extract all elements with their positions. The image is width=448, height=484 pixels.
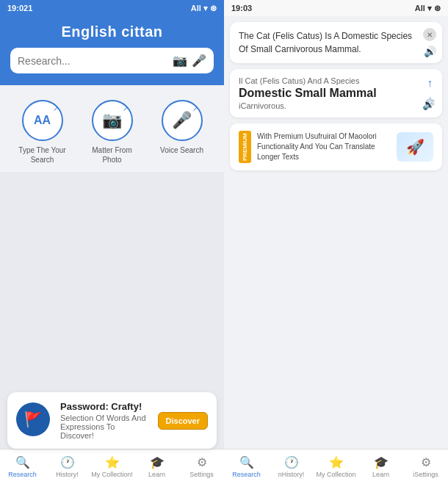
camera-icon[interactable]: 📷 <box>173 54 187 68</box>
voice-action-label: Voice Search <box>160 145 203 155</box>
right-time: 19:03 <box>231 4 252 12</box>
left-bottom-nav: 🔍 Research 🕐 History! ⭐ My Collection! 🎓… <box>0 449 224 484</box>
right-settings-label: iSettings <box>413 471 438 478</box>
spacer <box>230 176 442 443</box>
result-card-1: The Cat (Felis Catus) Is A Domestic Spec… <box>230 22 442 63</box>
action-voice: 🎤 ↗ Voice Search <box>153 100 212 165</box>
research-nav-label: Research <box>8 471 37 478</box>
right-collection-label: My Collection <box>316 471 355 478</box>
nav-collection[interactable]: ⭐ My Collection! <box>90 455 134 478</box>
right-research-icon: 🔍 <box>239 455 254 469</box>
nav-research[interactable]: 🔍 Research <box>0 455 45 478</box>
collection-nav-label: My Collection! <box>91 471 133 478</box>
nav-settings[interactable]: ⚙ Settings <box>179 455 224 478</box>
word-of-day-card: 🚩 Password: Crafty! Selection Of Words A… <box>7 392 217 449</box>
collection-nav-icon: ⭐ <box>105 455 120 469</box>
action-buttons-container: AA ↗ Type The Your Search 📷 ↗ Matter Fro… <box>0 85 224 172</box>
right-nav-collection[interactable]: ⭐ My Collection <box>314 455 358 478</box>
nav-history[interactable]: 🕐 History! <box>45 455 90 478</box>
left-indicators: All ▾ ⊛ <box>191 4 217 13</box>
right-settings-icon: ⚙ <box>421 455 431 469</box>
right-nav-research[interactable]: 🔍 Research <box>224 455 269 478</box>
right-learn-icon: 🎓 <box>374 455 389 469</box>
right-research-label: Research <box>232 471 261 478</box>
settings-nav-label: Settings <box>189 471 214 478</box>
microphone-icon[interactable]: 🎤 <box>192 54 206 68</box>
learn-nav-label: Learn <box>148 471 165 478</box>
right-panel: 19:03 All ▾ ⊛ The Cat (Felis Catus) Is A… <box>224 0 448 484</box>
voice-icon: 🎤 <box>172 111 192 130</box>
right-status-bar: 19:03 All ▾ ⊛ <box>224 0 448 16</box>
right-collection-icon: ⭐ <box>329 455 344 469</box>
action-type: AA ↗ Type The Your Search <box>13 100 72 165</box>
photo-action-label: Matter From Photo <box>83 145 142 165</box>
sound-button-1[interactable]: 🔊 <box>424 46 436 57</box>
premium-badge: PREMIUM <box>239 131 251 163</box>
wod-icon-container: 🚩 <box>16 402 53 439</box>
right-bottom-nav: 🔍 Research 🕐 nHistory! ⭐ My Collection 🎓… <box>224 449 448 484</box>
right-indicators: All ▾ ⊛ <box>415 4 441 13</box>
result-text-1: The Cat (Felis Catus) Is A Domestic Spec… <box>239 29 433 56</box>
search-bar[interactable]: 📷 🎤 <box>10 48 214 73</box>
sound-button-2[interactable]: 🔊 <box>422 98 435 110</box>
right-nav-learn[interactable]: 🎓 Learn <box>358 455 403 478</box>
premium-graphic: 🚀 <box>397 132 433 162</box>
result-card2-top: Il Cat (Felis Catus) And A Species <box>239 76 433 85</box>
wod-title: Password: Crafty! <box>60 401 151 412</box>
result-card2-subtitle: iCarnivorous. <box>239 101 433 110</box>
action-photo: 📷 ↗ Matter From Photo <box>83 100 142 165</box>
type-action-label: Type The Your Search <box>13 145 72 165</box>
discover-button[interactable]: Discover <box>158 412 208 430</box>
history-nav-label: History! <box>56 471 79 478</box>
left-time: 19:021 <box>7 4 32 12</box>
premium-card[interactable]: PREMIUM With Premium Usufruiral Of Maool… <box>230 123 442 170</box>
search-input[interactable] <box>18 55 168 67</box>
left-panel: 19:021 All ▾ ⊛ English cittan 📷 🎤 AA ↗ T… <box>0 0 224 484</box>
result-card-2: ↑ ☆ Il Cat (Felis Catus) And A Species D… <box>230 69 442 118</box>
close-button-1[interactable]: ✕ <box>423 28 436 41</box>
learn-nav-icon: 🎓 <box>150 455 165 469</box>
app-title: English cittan <box>61 24 162 40</box>
wod-subtitle: Selection Of Words And Expressions To Di… <box>60 413 151 440</box>
photo-icon: 📷 <box>102 111 122 130</box>
right-history-icon: 🕐 <box>284 455 299 469</box>
right-main: The Cat (Felis Catus) Is A Domestic Spec… <box>224 16 448 449</box>
result-card2-title: Domestic Small Mammal <box>239 87 433 100</box>
research-nav-icon: 🔍 <box>15 455 30 469</box>
type-icon: AA <box>34 114 51 127</box>
right-nav-settings[interactable]: ⚙ iSettings <box>403 455 448 478</box>
nav-learn[interactable]: 🎓 Learn <box>134 455 179 478</box>
arrow-icon-3: ↗ <box>192 104 198 112</box>
photo-action-button[interactable]: 📷 ↗ <box>92 100 133 141</box>
arrow-icon-2: ↗ <box>123 104 129 112</box>
settings-nav-icon: ⚙ <box>197 455 207 469</box>
left-header: English cittan 📷 🎤 <box>0 16 224 85</box>
history-nav-icon: 🕐 <box>60 455 75 469</box>
share-icon[interactable]: ↑ <box>427 76 433 89</box>
arrow-icon: ↗ <box>53 104 59 112</box>
left-status-bar: 19:021 All ▾ ⊛ <box>0 0 224 16</box>
right-history-label: nHistory! <box>278 471 305 478</box>
type-action-button[interactable]: AA ↗ <box>22 100 63 141</box>
voice-action-button[interactable]: 🎤 ↗ <box>162 100 203 141</box>
wod-text: Password: Crafty! Selection Of Words And… <box>60 401 151 440</box>
right-nav-history[interactable]: 🕐 nHistory! <box>269 455 314 478</box>
wod-icon: 🚩 <box>16 402 50 436</box>
premium-text: With Premium Usufruiral Of Maoolori Func… <box>257 131 391 162</box>
right-learn-label: Learn <box>372 471 389 478</box>
